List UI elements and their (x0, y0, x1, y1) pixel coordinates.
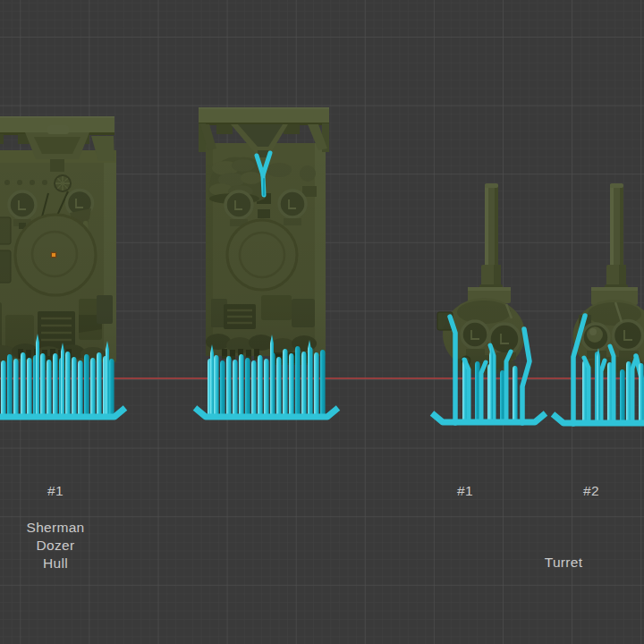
origin-indicator (51, 252, 55, 257)
label-turret1-number: #1 (457, 482, 473, 500)
label-turret-name: Turret (545, 554, 583, 572)
model-sherman-dozer-hull-2[interactable] (188, 97, 347, 431)
label-hull-name: Sherman Dozer Hull (27, 519, 85, 572)
label-hull1-number: #1 (47, 482, 64, 500)
model-sherman-dozer-hull-1[interactable] (0, 106, 132, 431)
viewport: { "scene": { "type": "3d-slicer-build-pl… (0, 0, 644, 644)
label-turret2-number: #2 (583, 482, 599, 500)
turret1-geometry (437, 183, 525, 375)
hull1-geometry (0, 116, 116, 370)
model-turret-1[interactable] (420, 174, 556, 438)
model-turret-2[interactable] (546, 174, 644, 438)
hull2-geometry (199, 107, 329, 365)
